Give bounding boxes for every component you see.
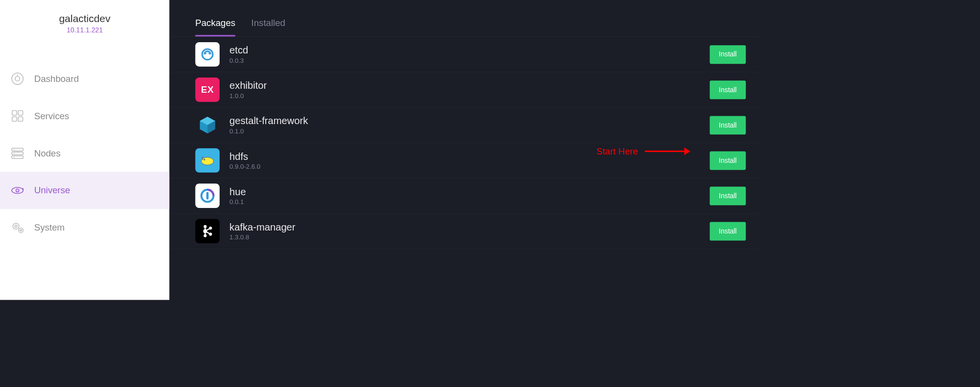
svg-point-18 — [20, 230, 22, 231]
svg-rect-3 — [18, 111, 23, 115]
svg-point-9 — [14, 149, 15, 150]
gestalt-icon — [195, 113, 220, 137]
package-name: hue — [229, 186, 710, 198]
sidebar-item-system[interactable]: System — [0, 209, 170, 246]
tab-installed[interactable]: Installed — [251, 18, 285, 37]
svg-point-25 — [201, 157, 214, 165]
svg-point-1 — [15, 77, 20, 81]
svg-point-14 — [22, 188, 24, 190]
sidebar-item-services[interactable]: Services — [0, 97, 170, 134]
svg-rect-2 — [12, 111, 17, 115]
install-button[interactable]: Install — [710, 116, 746, 134]
svg-point-16 — [15, 225, 17, 228]
sidebar-item-label: System — [34, 222, 65, 233]
svg-rect-4 — [12, 117, 17, 121]
svg-rect-5 — [18, 117, 23, 121]
sidebar-item-label: Universe — [34, 185, 70, 196]
tabs: Packages Installed — [170, 0, 760, 37]
package-row-hue[interactable]: hue 0.0.1 Install — [170, 178, 760, 213]
package-name: etcd — [229, 44, 710, 56]
package-name: exhibitor — [229, 79, 710, 91]
sidebar-item-label: Dashboard — [34, 74, 79, 84]
package-name: hdfs — [229, 151, 710, 162]
package-version: 0.0.3 — [229, 57, 710, 65]
hue-icon — [195, 183, 220, 208]
package-info: hdfs 0.9.0-2.6.0 — [229, 151, 710, 171]
package-info: exhibitor 1.0.0 — [229, 79, 710, 100]
svg-point-20 — [205, 53, 206, 54]
svg-rect-7 — [12, 152, 23, 155]
package-version: 0.9.0-2.6.0 — [229, 163, 710, 171]
package-list: etcd 0.0.3 Install EX exhibitor 1.0.0 In… — [170, 37, 760, 300]
package-row-exhibitor[interactable]: EX exhibitor 1.0.0 Install — [170, 72, 760, 107]
svg-point-15 — [13, 223, 19, 229]
system-icon — [11, 221, 25, 234]
svg-rect-6 — [12, 148, 23, 151]
svg-point-10 — [14, 153, 15, 154]
dashboard-icon — [11, 72, 25, 85]
package-version: 0.0.1 — [229, 198, 710, 206]
universe-icon — [11, 183, 25, 197]
svg-point-12 — [16, 189, 19, 192]
svg-rect-8 — [12, 156, 23, 158]
sidebar-item-dashboard[interactable]: Dashboard — [0, 60, 170, 97]
svg-point-13 — [12, 187, 23, 193]
install-button[interactable]: Install — [710, 80, 746, 99]
install-button[interactable]: Install — [710, 151, 746, 170]
package-version: 0.1.0 — [229, 128, 710, 135]
main-content: Packages Installed etcd 0.0.3 Install EX… — [170, 0, 760, 300]
sidebar-item-universe[interactable]: Universe — [0, 172, 170, 209]
install-button[interactable]: Install — [710, 186, 746, 205]
svg-point-17 — [19, 228, 23, 232]
sidebar-header: galacticdev 10.11.1.221 — [0, 0, 170, 46]
package-row-hdfs[interactable]: hdfs 0.9.0-2.6.0 Install — [170, 143, 760, 178]
sidebar-item-label: Services — [34, 111, 69, 122]
hdfs-icon — [195, 148, 220, 173]
install-button[interactable]: Install — [710, 222, 746, 240]
exhibitor-icon: EX — [195, 77, 220, 102]
package-row-gestalt-framework[interactable]: gestalt-framework 0.1.0 Install — [170, 107, 760, 143]
package-version: 1.3.0.8 — [229, 233, 710, 241]
package-row-etcd[interactable]: etcd 0.0.3 Install — [170, 37, 760, 72]
svg-point-26 — [203, 159, 205, 160]
svg-point-11 — [14, 157, 15, 158]
cluster-name: galacticdev — [0, 13, 170, 25]
install-button[interactable]: Install — [710, 45, 746, 64]
tab-packages[interactable]: Packages — [195, 18, 235, 37]
cluster-ip[interactable]: 10.11.1.221 — [0, 26, 170, 34]
package-name: gestalt-framework — [229, 115, 710, 127]
package-name: kafka-manager — [229, 221, 710, 233]
kafka-manager-icon — [195, 219, 220, 243]
package-version: 1.0.0 — [229, 92, 710, 100]
etcd-icon — [195, 42, 220, 67]
sidebar-item-label: Nodes — [34, 148, 61, 158]
sidebar-nav: Dashboard Services Nodes Universe — [0, 60, 170, 246]
package-info: etcd 0.0.3 — [229, 44, 710, 64]
svg-point-21 — [208, 53, 210, 54]
package-info: gestalt-framework 0.1.0 — [229, 115, 710, 135]
package-info: kafka-manager 1.3.0.8 — [229, 221, 710, 241]
sidebar: galacticdev 10.11.1.221 Dashboard Servic… — [0, 0, 170, 300]
package-info: hue 0.0.1 — [229, 186, 710, 206]
services-icon — [11, 109, 25, 123]
nodes-icon — [11, 146, 25, 160]
svg-rect-28 — [206, 192, 209, 200]
sidebar-item-nodes[interactable]: Nodes — [0, 134, 170, 172]
package-row-kafka-manager[interactable]: kafka-manager 1.3.0.8 Install — [170, 214, 760, 249]
